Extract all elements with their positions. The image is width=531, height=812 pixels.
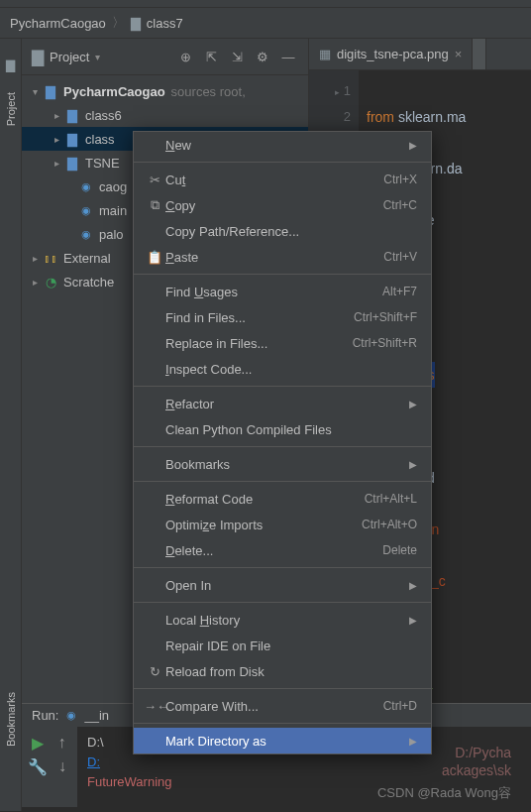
python-file-icon: ◉ (77, 228, 95, 241)
menu-item-label: Clean Python Compiled Files (165, 422, 417, 437)
project-icon: ▇ (32, 48, 44, 66)
menu-shortcut: Ctrl+Shift+F (354, 310, 417, 324)
menu-item-label: Refactor (165, 397, 401, 411)
menu-item-label: New (165, 138, 401, 153)
menu-separator (134, 481, 431, 482)
panel-title[interactable]: Project (50, 50, 89, 64)
expand-icon[interactable]: ▸ (50, 110, 63, 121)
output-link[interactable]: D: (87, 754, 100, 769)
target-icon[interactable]: ⊕ (175, 47, 195, 66)
expand-icon[interactable]: ▸ (50, 134, 63, 145)
menu-item-label: Inspect Code... (165, 362, 417, 377)
menu-item-label: Copy Path/Reference... (165, 224, 417, 239)
menu-item[interactable]: →←Compare With...Ctrl+D (134, 693, 431, 719)
dropdown-icon[interactable]: ▾ (95, 52, 100, 62)
menu-item[interactable]: Replace in Files...Ctrl+Shift+R (134, 330, 431, 356)
menu-item[interactable]: Repair IDE on File (134, 633, 431, 658)
chevron-right-icon: ▶ (409, 580, 417, 591)
✂-icon: ✂ (144, 173, 165, 187)
menu-item-label: Delete... (165, 543, 382, 558)
menu-shortcut: Ctrl+V (383, 250, 417, 264)
tree-label: class6 (85, 108, 122, 123)
tree-label: External (63, 251, 111, 266)
menu-separator (134, 602, 431, 603)
menu-item[interactable]: Optimize ImportsCtrl+Alt+O (134, 512, 431, 537)
chevron-right-icon: ▶ (409, 736, 417, 747)
menu-item[interactable]: Find in Files...Ctrl+Shift+F (134, 304, 431, 330)
menu-item-label: Cut (165, 173, 383, 187)
expand-icon[interactable]: ▾ (28, 86, 42, 97)
menu-shortcut: Alt+F7 (382, 285, 417, 298)
python-icon: ◉ (66, 709, 76, 722)
menu-item-label: Bookmarks (165, 457, 401, 472)
menu-separator (134, 567, 431, 568)
menu-item[interactable]: Inspect Code... (134, 356, 431, 382)
menu-shortcut: Ctrl+Alt+O (362, 518, 417, 531)
menu-item[interactable]: Open In▶ (134, 572, 431, 598)
menu-item[interactable]: Reformat CodeCtrl+Alt+L (134, 486, 431, 512)
menu-shortcut: Delete (382, 543, 417, 557)
collapse-icon[interactable]: ⇲ (227, 47, 247, 66)
menu-item[interactable]: 📋PasteCtrl+V (134, 244, 431, 270)
chevron-right-icon: 〉 (112, 14, 125, 32)
expand-icon[interactable]: ▸ (28, 277, 42, 288)
up-icon[interactable]: ↑ (53, 733, 71, 753)
project-tool-tab[interactable]: Project (5, 92, 17, 126)
menu-item[interactable]: Find UsagesAlt+F7 (134, 279, 431, 304)
menu-item[interactable]: Refactor▶ (134, 391, 431, 416)
menu-item[interactable]: Mark Directory as▶ (134, 728, 431, 754)
image-file-icon: ▦ (319, 47, 331, 61)
menu-separator (134, 162, 431, 163)
tree-label: Scratche (63, 275, 114, 290)
library-icon: ⫾⫾ (42, 251, 59, 266)
editor-tab[interactable]: ▦ digits_tsne-pca.png × (309, 39, 473, 69)
play-icon[interactable]: ▶ (28, 733, 47, 753)
gear-icon[interactable]: ⚙ (253, 47, 272, 66)
menu-item[interactable]: New▶ (134, 132, 431, 158)
expand-icon[interactable]: ▸ (50, 158, 63, 169)
tab-label: digits_tsne-pca.png (337, 47, 449, 61)
folder-icon: ▇ (6, 58, 15, 72)
menu-item-label: Replace in Files... (165, 336, 353, 351)
hide-icon[interactable]: — (278, 47, 298, 66)
breadcrumb[interactable]: PycharmCaogao 〉 ▇ class7 (0, 8, 531, 39)
menu-item[interactable]: ↻Reload from Disk (134, 658, 431, 684)
folder-icon: ▇ (63, 132, 81, 147)
→←-icon: →← (144, 699, 165, 714)
python-file-icon: ◉ (77, 180, 95, 193)
menu-item[interactable]: Copy Path/Reference... (134, 218, 431, 244)
bookmarks-tool-tab[interactable]: Bookmarks (5, 692, 17, 747)
tree-row[interactable]: ▸ ▇ class6 (22, 103, 308, 127)
down-icon[interactable]: ↓ (53, 756, 71, 776)
chevron-right-icon: ▶ (409, 459, 417, 470)
tree-root[interactable]: ▾ ▇ PycharmCaogao sources root, (22, 79, 308, 103)
menu-item[interactable]: Local History▶ (134, 607, 431, 633)
wrench-icon[interactable]: 🔧 (28, 756, 48, 776)
folder-icon: ▇ (63, 108, 81, 123)
menu-item-label: Optimize Imports (165, 518, 362, 532)
menu-item-label: Copy (165, 198, 383, 213)
menu-bar (0, 0, 531, 8)
expand-icon[interactable]: ▸ (28, 253, 42, 264)
expand-icon[interactable]: ⇱ (201, 47, 221, 66)
tree-label: PycharmCaogao (63, 84, 165, 99)
menu-item[interactable]: Clean Python Compiled Files (134, 416, 431, 442)
close-icon[interactable]: × (455, 47, 463, 61)
folder-icon: ▇ (63, 156, 81, 171)
run-config[interactable]: __in (84, 708, 109, 723)
menu-item[interactable]: ⧉CopyCtrl+C (134, 192, 431, 218)
breadcrumb-folder[interactable]: class7 (147, 16, 183, 31)
editor-tabs: ▦ digits_tsne-pca.png × (309, 39, 531, 70)
breadcrumb-project[interactable]: PycharmCaogao (10, 16, 106, 31)
chevron-right-icon: ▶ (409, 140, 417, 151)
context-menu[interactable]: New▶✂CutCtrl+X⧉CopyCtrl+CCopy Path/Refer… (133, 131, 432, 754)
menu-item[interactable]: Bookmarks▶ (134, 451, 431, 477)
menu-separator (134, 386, 431, 387)
editor-tab-extra[interactable] (473, 39, 486, 69)
panel-header: ▇ Project ▾ ⊕ ⇱ ⇲ ⚙ — (22, 39, 308, 75)
menu-separator (134, 723, 431, 724)
menu-item-label: Mark Directory as (165, 734, 401, 749)
menu-item[interactable]: ✂CutCtrl+X (134, 167, 431, 192)
tree-label: TSNE (85, 156, 120, 171)
menu-item[interactable]: Delete...Delete (134, 537, 431, 563)
